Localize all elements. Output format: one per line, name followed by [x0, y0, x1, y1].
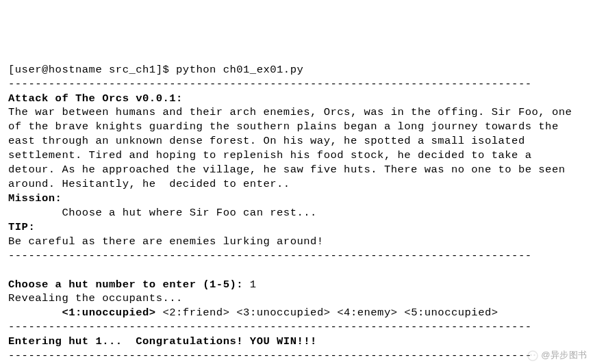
divider-line: ----------------------------------------… [8, 321, 532, 333]
hut-3: <3:unoccupied> [236, 307, 337, 319]
tip-text: Be careful as there are enemies lurking … [8, 235, 324, 248]
shell-prompt-line: [user@hostname src_ch1]$ python ch01_ex0… [8, 64, 303, 76]
huts-prefix [8, 307, 62, 319]
mission-label: Mission: [8, 192, 62, 205]
mission-text: Choose a hut where Sir Foo can rest... [8, 207, 317, 219]
choose-hut-prompt: Choose a hut number to enter (1-5): [8, 278, 250, 291]
terminal-output: [user@hostname src_ch1]$ python ch01_ex0… [8, 63, 585, 364]
game-title: Attack of The Orcs v0.0.1: [8, 92, 183, 105]
choose-hut-input[interactable]: 1 [250, 278, 257, 291]
hut-5: <5:unoccupied> [404, 307, 498, 319]
divider-line: ----------------------------------------… [8, 250, 532, 262]
tip-label: TIP: [8, 221, 35, 233]
hut-4: <4:enemy> [337, 307, 404, 319]
revealing-text: Revealing the occupants... [8, 292, 183, 304]
hut-1: <1:unoccupied> [62, 307, 155, 319]
divider-line: ----------------------------------------… [8, 78, 532, 90]
hut-2: <2:friend> [156, 307, 237, 319]
result-line: Entering hut 1... Congratulations! YOU W… [8, 335, 317, 348]
divider-line: ----------------------------------------… [8, 350, 532, 362]
story-text: The war between humans and their arch en… [8, 106, 579, 190]
